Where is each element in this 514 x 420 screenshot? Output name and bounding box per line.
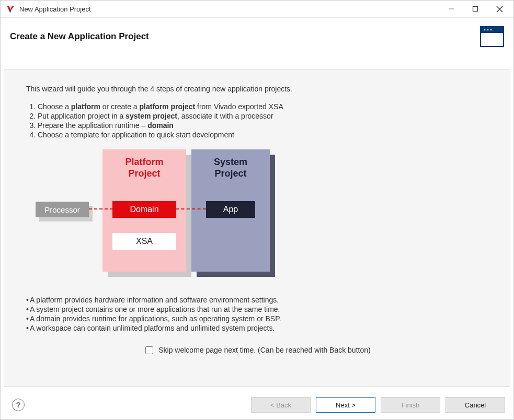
note-workspace: A workspace can contain unlimited platfo… [26,324,488,332]
close-button[interactable] [487,1,511,17]
connector-processor-domain [89,208,113,209]
button-bar: ? < Back Next > Finish Cancel [1,390,513,419]
app-icon [6,4,15,14]
xsa-box: XSA [112,233,176,250]
wizard-dialog: New Application Project Create a New App… [0,0,514,420]
svg-point-7 [487,29,488,30]
platform-project-box: Platform Project Domain XSA [102,149,186,272]
note-system-project: A system project contains one or more ap… [26,305,488,313]
finish-button[interactable]: Finish [381,397,440,413]
notes-list: A platform provides hardware information… [26,296,488,332]
titlebar: New Application Project [1,1,513,18]
intro-text: This wizard will guide you through the 4… [26,85,488,93]
svg-point-8 [490,29,492,30]
step-3: Prepare the application runtime – domain [38,121,488,130]
platform-project-title: Platform Project [102,149,186,179]
step-2: Put application project in a system proj… [38,112,488,120]
cancel-button[interactable]: Cancel [446,397,505,413]
connector-domain-app [176,208,206,209]
wizard-header: Create a New Application Project [1,18,513,66]
steps-list: Choose a platform or create a platform p… [26,102,488,139]
content-area: This wizard will guide you through the 4… [1,66,513,390]
step-4: Choose a template for application to qui… [38,131,488,139]
page-title: Create a New Application Project [10,31,149,42]
app-box: App [206,201,255,218]
back-button[interactable]: < Back [251,397,311,413]
window-title: New Application Project [19,5,439,13]
svg-rect-1 [473,7,478,11]
system-project-box: System Project App [191,149,270,272]
minimize-button[interactable] [439,1,463,17]
note-domain: A domain provides runtime for applicatio… [26,314,488,323]
window-header-icon [480,26,504,47]
skip-welcome-checkbox[interactable] [145,346,153,354]
processor-box: Processor [36,202,89,217]
skip-welcome-label[interactable]: Skip welcome page next time. (Can be rea… [143,346,370,354]
next-button[interactable]: Next > [316,397,375,413]
architecture-diagram: Processor Platform Project Domain XSA Sy… [26,149,488,285]
domain-box: Domain [112,201,176,218]
system-project-title: System Project [191,149,270,179]
note-platform: A platform provides hardware information… [26,296,488,304]
svg-point-6 [484,29,485,30]
help-button[interactable]: ? [12,399,25,411]
step-1: Choose a platform or create a platform p… [38,102,488,111]
maximize-button[interactable] [463,1,487,17]
skip-welcome-row: Skip welcome page next time. (Can be rea… [26,345,488,356]
